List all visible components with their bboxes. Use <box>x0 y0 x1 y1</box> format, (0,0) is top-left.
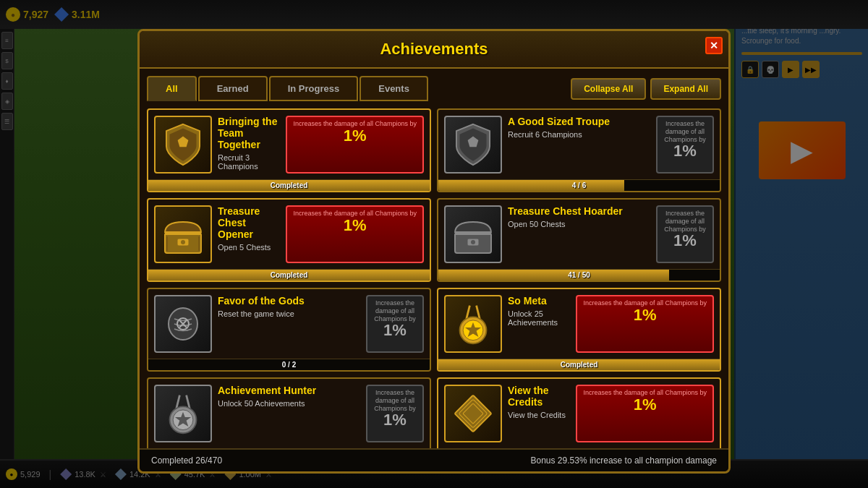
reward-text: Increases the damage of all Champions by <box>663 120 707 143</box>
svg-rect-24 <box>455 395 492 432</box>
achievement-reward-box: Increases the damage of all Champions by… <box>286 205 424 263</box>
achievement-card-body: Favor of the Gods Reset the game twice I… <box>148 289 430 359</box>
no-reward-box: Increases the damage of all Champions by… <box>656 205 714 263</box>
progress-bar-container: Completed <box>438 359 720 370</box>
progress-bar-container: 41 / 50 <box>438 269 720 281</box>
achievement-grid: Bringing the Team Together Recruit 3 Cha… <box>147 108 721 448</box>
modal-close-button[interactable]: ✕ <box>705 37 723 54</box>
achievement-icon-medal-gold <box>444 295 502 353</box>
reward-percent: 1% <box>663 233 707 249</box>
achievement-card-body: So Meta Unlock 25 Achievements Increases… <box>438 289 720 359</box>
achievement-card-so-meta: So Meta Unlock 25 Achievements Increases… <box>437 288 721 372</box>
achievement-icon-chest-silver <box>444 205 502 263</box>
progress-bar-container: 0 / 2 <box>148 359 430 370</box>
achievement-card-favor: Favor of the Gods Reset the game twice I… <box>147 288 431 372</box>
achievement-card-troupe: A Good Sized Troupe Recruit 6 Champions … <box>437 108 721 192</box>
achievement-card-chest-hoarder: Treasure Chest Hoarder Open 50 Chests In… <box>437 198 721 282</box>
reward-percent: 1% <box>583 397 707 413</box>
achievement-icon-medal-silver <box>154 385 212 442</box>
achievement-card-bringing-team: Bringing the Team Together Recruit 3 Cha… <box>147 108 431 192</box>
achievement-card-body: Treasure Chest Hoarder Open 50 Chests In… <box>438 200 720 269</box>
achievement-name: View the Credits <box>508 385 570 408</box>
progress-label: 4 / 6 <box>438 180 720 191</box>
reward-text: Increases the damage of all Champions by <box>663 210 707 233</box>
achievement-desc: Unlock 25 Achievements <box>508 309 570 327</box>
modal-header: Achievements ✕ <box>140 31 728 69</box>
reward-percent: 1% <box>373 322 417 338</box>
tab-all[interactable]: All <box>147 76 197 101</box>
progress-bar-container: Completed <box>148 179 430 191</box>
reward-percent: 1% <box>583 307 707 323</box>
achievement-info: Treasure Chest Opener Open 5 Chests <box>218 205 280 263</box>
footer-bonus: Bonus 29.53% increase to all champion da… <box>531 455 718 466</box>
reward-text: Increases the damage of all Champions by <box>373 389 417 412</box>
achievements-content: Bringing the Team Together Recruit 3 Cha… <box>140 101 728 448</box>
achievement-info: A Good Sized Troupe Recruit 6 Champions <box>508 116 650 174</box>
svg-rect-1 <box>165 231 201 235</box>
tab-in-progress[interactable]: In Progress <box>269 76 359 101</box>
reward-text: Increases the damage of all Champions by <box>373 299 417 322</box>
achievement-card-body: Bringing the Team Together Recruit 3 Cha… <box>148 110 430 179</box>
achievement-card-body: Achievement Hunter Unlock 50 Achievement… <box>148 379 430 448</box>
achievement-name: Achievement Hunter <box>218 385 360 396</box>
achievement-desc: Open 5 Chests <box>218 243 280 252</box>
achievement-desc: View the Credits <box>508 411 570 419</box>
modal-title: Achievements <box>380 40 488 58</box>
achievement-name: So Meta <box>508 295 570 307</box>
achievement-desc: Recruit 6 Champions <box>508 130 650 139</box>
tab-earned[interactable]: Earned <box>198 76 268 101</box>
progress-label: Completed <box>438 359 720 370</box>
achievement-card-chest-opener: Treasure Chest Opener Open 5 Chests Incr… <box>147 198 431 282</box>
expand-all-button[interactable]: Expand All <box>650 78 721 100</box>
progress-bar-container: 4 / 6 <box>438 179 720 191</box>
footer-completed: Completed 26/470 <box>151 455 222 466</box>
reward-percent: 1% <box>293 218 417 234</box>
progress-label: Completed <box>148 180 430 191</box>
achievement-reward-box: Increases the damage of all Champions by… <box>286 116 424 174</box>
achievements-modal: Achievements ✕ All Earned In Progress Ev… <box>137 29 731 474</box>
achievement-info: So Meta Unlock 25 Achievements <box>508 295 570 353</box>
modal-footer: Completed 26/470 Bonus 29.53% increase t… <box>140 448 728 471</box>
achievement-card-body: A Good Sized Troupe Recruit 6 Champions … <box>438 110 720 179</box>
achievement-info: Achievement Hunter Unlock 50 Achievement… <box>218 385 360 442</box>
progress-label: 41 / 50 <box>438 270 720 281</box>
collapse-all-button[interactable]: Collapse All <box>571 78 646 100</box>
achievement-desc: Reset the game twice <box>218 309 360 318</box>
achievement-card-credits: View the Credits View the Credits Increa… <box>437 377 721 448</box>
achievement-info: View the Credits View the Credits <box>508 385 570 442</box>
svg-point-3 <box>181 240 185 244</box>
achievement-desc: Recruit 3 Champions <box>218 153 280 171</box>
achievement-reward-box: Increases the damage of all Champions by… <box>576 385 714 442</box>
achievement-icon-chest-gold <box>154 205 212 263</box>
no-reward-box: Increases the damage of all Champions by… <box>366 385 424 442</box>
tab-events[interactable]: Events <box>359 76 428 101</box>
svg-rect-7 <box>455 231 491 235</box>
achievement-reward-box: Increases the damage of all Champions by… <box>576 295 714 353</box>
progress-label: 0 / 2 <box>148 359 430 370</box>
progress-label: Completed <box>148 270 430 281</box>
no-reward-box: Increases the damage of all Champions by… <box>656 116 714 174</box>
no-reward-box: Increases the damage of all Champions by… <box>366 295 424 353</box>
achievement-info: Bringing the Team Together Recruit 3 Cha… <box>218 116 280 174</box>
achievement-name: Treasure Chest Hoarder <box>508 205 650 217</box>
achievement-name: A Good Sized Troupe <box>508 116 650 127</box>
achievement-desc: Unlock 50 Achievements <box>218 399 360 408</box>
achievement-icon-shield-gold <box>154 116 212 174</box>
reward-percent: 1% <box>293 128 417 144</box>
achievement-card-body: View the Credits View the Credits Increa… <box>438 379 720 448</box>
reward-percent: 1% <box>373 412 417 428</box>
achievement-info: Treasure Chest Hoarder Open 50 Chests <box>508 205 650 263</box>
achievement-icon-scroll-silver <box>154 295 212 353</box>
progress-bar-container: Completed <box>148 269 430 281</box>
tab-bar: All Earned In Progress Events Collapse A… <box>140 69 728 101</box>
achievement-name: Bringing the Team Together <box>218 116 280 150</box>
reward-percent: 1% <box>663 143 707 159</box>
achievement-desc: Open 50 Chests <box>508 220 650 228</box>
achievement-name: Treasure Chest Opener <box>218 205 280 240</box>
achievement-info: Favor of the Gods Reset the game twice <box>218 295 360 353</box>
achievement-icon-shield-silver <box>444 116 502 174</box>
modal-overlay: Achievements ✕ All Earned In Progress Ev… <box>0 0 868 488</box>
achievement-card-body: Treasure Chest Opener Open 5 Chests Incr… <box>148 200 430 269</box>
achievement-name: Favor of the Gods <box>218 295 360 307</box>
achievement-icon-diamond-gold <box>444 385 502 442</box>
